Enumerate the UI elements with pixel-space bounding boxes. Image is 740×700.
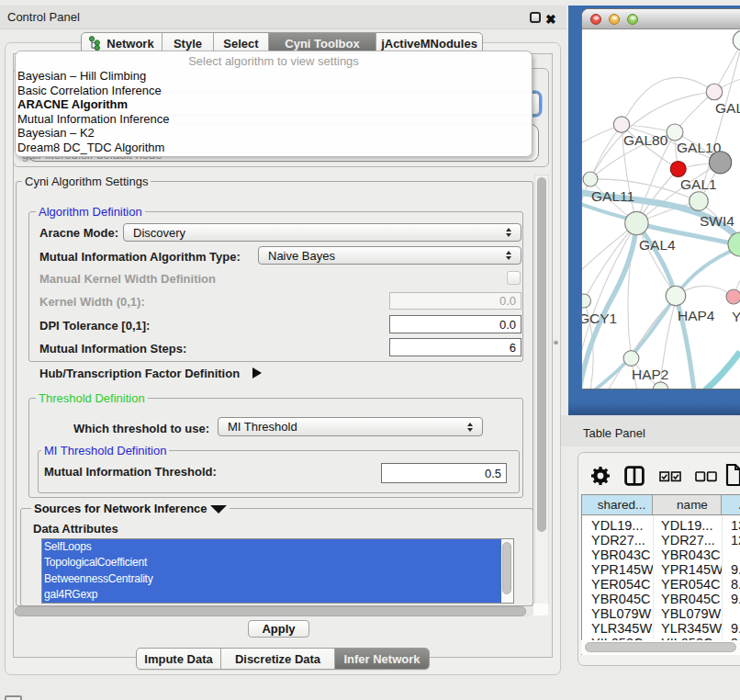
table-panel-title: Table Panel xyxy=(583,426,645,440)
algorithm-popup-item[interactable]: Bayesian – Hill Climbing xyxy=(16,69,532,84)
kernel-width-field[interactable]: 0.0 xyxy=(389,292,521,310)
table-cell: YBR045C xyxy=(653,592,722,606)
mi-threshold-field[interactable]: 0.5 xyxy=(381,463,507,483)
combo-arrows-icon xyxy=(506,228,512,237)
combo-arrows-icon xyxy=(467,423,474,432)
table-hscrollbar-thumb[interactable] xyxy=(585,642,736,652)
algorithm-popup-item[interactable]: Dream8 DC_TDC Algorithm xyxy=(16,141,532,155)
settings-horizontal-scrollbar[interactable] xyxy=(15,606,533,616)
splitpane-grip-icon[interactable] xyxy=(554,340,558,344)
sources-collapse-icon[interactable] xyxy=(210,505,227,514)
table-cell: YBR043C xyxy=(653,548,722,562)
tab-impute-data[interactable]: Impute Data xyxy=(137,649,221,669)
data-attribute-item[interactable]: BetweennessCentrality xyxy=(42,571,501,587)
network-node-label: GAL4 xyxy=(639,237,676,253)
dock-window-icon[interactable] xyxy=(5,695,22,700)
network-node-n0[interactable] xyxy=(733,30,740,50)
manual-kernel-checkbox[interactable] xyxy=(507,271,521,285)
network-node-n4[interactable] xyxy=(710,152,732,174)
window-close-button[interactable] xyxy=(590,14,601,25)
cyni-mode-tabs: Impute DataDiscretize DataInfer Network xyxy=(136,648,430,670)
network-node-hap4[interactable] xyxy=(666,286,686,306)
algorithm-popup-item[interactable]: Bayesian – K2 xyxy=(16,126,532,141)
control-panel-titlebar: Control Panel ✖ xyxy=(0,6,566,29)
network-node-hap2[interactable] xyxy=(623,351,639,367)
column-header-shared[interactable]: shared... xyxy=(582,495,653,515)
horizontal-scrollbar-thumb[interactable] xyxy=(15,606,526,616)
settings-vertical-scrollbar[interactable] xyxy=(534,175,549,604)
mi-steps-field[interactable]: 6 xyxy=(389,338,521,356)
table-row[interactable]: YPR145WYPR145W9. xyxy=(582,562,740,577)
gear-icon[interactable] xyxy=(590,466,611,490)
aracne-mode-combobox[interactable]: Discovery xyxy=(123,223,521,242)
tab-label: Impute Data xyxy=(144,652,212,666)
apply-button[interactable]: Apply xyxy=(248,620,309,638)
table-cell: YBL079W xyxy=(653,606,722,621)
network-node-gcy1[interactable] xyxy=(582,294,591,308)
network-node-gal10[interactable] xyxy=(667,124,683,141)
tab-label: Discretize Data xyxy=(235,652,320,666)
network-edge[interactable] xyxy=(582,179,590,300)
tab-discretize-data[interactable]: Discretize Data xyxy=(221,649,335,669)
algorithm-popup-item[interactable]: Basic Correlation Inference xyxy=(16,84,532,98)
algorithm-popup-item[interactable]: Mutual Information Inference xyxy=(16,112,532,127)
table-cell: YLR345W xyxy=(582,621,653,636)
document-icon[interactable] xyxy=(724,463,740,491)
network-node-gal80[interactable] xyxy=(613,117,629,132)
column-header-a[interactable]: A xyxy=(722,495,740,515)
hub-definition-label[interactable]: Hub/Transcription Factor Definition xyxy=(39,367,240,380)
node-table: shared...nameAYDL19...YDL19...13YDR27...… xyxy=(581,494,740,655)
table-row[interactable]: YER054CYER054C8. xyxy=(582,577,740,592)
network-node-gal1[interactable] xyxy=(670,162,686,177)
tab-label: Select xyxy=(223,37,258,51)
data-attribute-item[interactable]: TopologicalCoefficient xyxy=(42,555,501,570)
network-edge-thick[interactable] xyxy=(705,352,740,390)
window-minimize-button[interactable] xyxy=(609,14,620,25)
network-node-n14[interactable] xyxy=(653,382,667,390)
tab-infer-network[interactable]: Infer Network xyxy=(335,649,429,669)
window-zoom-button[interactable] xyxy=(627,14,638,25)
table-row[interactable]: YBR043CYBR043C xyxy=(582,548,740,562)
network-node-swi4[interactable] xyxy=(690,192,709,211)
network-icon xyxy=(89,36,101,51)
table-row[interactable]: YDL19...YDL19...13 xyxy=(582,518,740,533)
table-horizontal-scrollbar[interactable] xyxy=(581,640,740,654)
network-node-gal11[interactable] xyxy=(583,172,598,186)
network-node-gal4[interactable] xyxy=(625,211,648,234)
attributes-scrollbar-thumb[interactable] xyxy=(502,542,511,594)
network-view[interactable]: GALGAL80GAL10GAL1GAL11SWI4GAL4GCY1HAP4YH… xyxy=(582,29,740,390)
table-row[interactable]: YDR27...YDR27...12 xyxy=(582,533,740,548)
data-attribute-item[interactable]: gal4RGexp xyxy=(42,587,501,603)
table-cell: YPR145W xyxy=(653,562,722,577)
network-node-y[interactable] xyxy=(726,289,740,304)
network-node-label: GCY1 xyxy=(582,310,617,326)
network-edge[interactable] xyxy=(582,251,584,300)
attributes-vertical-scrollbar[interactable] xyxy=(501,539,513,603)
dpi-tolerance-field[interactable]: 0.0 xyxy=(389,315,521,333)
hub-expand-icon[interactable] xyxy=(252,367,262,378)
network-node-label: Y xyxy=(732,309,740,324)
network-node-label: GAL xyxy=(715,100,740,116)
float-window-icon[interactable] xyxy=(530,12,541,23)
vertical-scrollbar-thumb[interactable] xyxy=(537,177,546,532)
mi-type-combobox[interactable]: Naive Bayes xyxy=(258,246,521,265)
unchecked-columns-icon[interactable] xyxy=(695,469,717,486)
table-row[interactable]: YBL079WYBL079W xyxy=(582,606,740,621)
algorithm-definition-title: Algorithm Definition xyxy=(36,206,145,218)
table-row[interactable]: YLR345WYLR345W9. xyxy=(582,621,740,636)
data-attributes-list[interactable]: SelfLoopsTopologicalCoefficientBetweenne… xyxy=(41,538,514,604)
column-header-name[interactable]: name xyxy=(653,495,722,515)
kernel-width-label: Kernel Width (0,1): xyxy=(39,295,145,309)
split-columns-icon[interactable] xyxy=(624,466,645,490)
which-threshold-combobox[interactable]: MI Threshold xyxy=(218,417,483,436)
table-cell: 13 xyxy=(722,518,740,533)
network-node-label: HAP2 xyxy=(632,367,669,382)
data-attribute-item[interactable]: SelfLoops xyxy=(42,539,501,555)
mi-steps-label: Mutual Information Steps: xyxy=(39,342,186,356)
network-node-gal[interactable] xyxy=(706,84,723,100)
close-icon[interactable]: ✖ xyxy=(545,12,556,27)
algorithm-popup-item[interactable]: ARACNE Algorithm xyxy=(16,97,532,112)
table-row[interactable]: YBR045CYBR045C9. xyxy=(582,592,740,606)
network-edge[interactable] xyxy=(622,77,714,125)
checked-columns-icon[interactable] xyxy=(659,469,681,486)
